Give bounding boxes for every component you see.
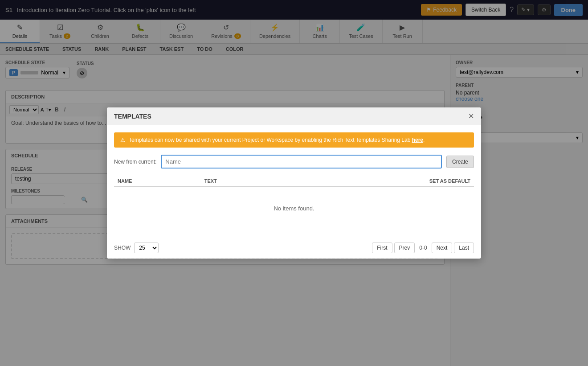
alert-link[interactable]: here bbox=[412, 137, 423, 143]
col-set-default-header: SET AS DEFAULT bbox=[280, 176, 474, 187]
alert-text: Templates can now be shared with your cu… bbox=[129, 137, 412, 143]
pagination: First Prev 0-0 Next Last bbox=[372, 243, 474, 253]
new-from-current: New from current: Create bbox=[114, 155, 474, 169]
modal-close-button[interactable]: ✕ bbox=[468, 112, 474, 120]
empty-message: No items found. bbox=[114, 187, 474, 230]
last-page-button[interactable]: Last bbox=[454, 243, 474, 253]
first-page-button[interactable]: First bbox=[372, 243, 392, 253]
template-name-input[interactable] bbox=[161, 155, 442, 169]
new-from-label: New from current: bbox=[114, 159, 156, 165]
modal-footer: SHOW 25 50 100 First Prev 0-0 Next Last bbox=[107, 237, 481, 259]
col-name-header: NAME bbox=[114, 176, 201, 187]
modal-header: TEMPLATES ✕ bbox=[107, 107, 481, 125]
modal-overlay: TEMPLATES ✕ ⚠ Templates can now be share… bbox=[0, 0, 588, 366]
modal-title: TEMPLATES bbox=[114, 113, 151, 120]
alert-icon: ⚠ bbox=[120, 137, 125, 143]
show-label: SHOW bbox=[114, 245, 131, 251]
col-text-header: TEXT bbox=[201, 176, 280, 187]
page-info: 0-0 bbox=[416, 245, 429, 251]
show-select[interactable]: 25 50 100 bbox=[134, 243, 159, 253]
modal-body: ⚠ Templates can now be shared with your … bbox=[107, 125, 481, 237]
show-group: SHOW 25 50 100 bbox=[114, 243, 159, 253]
prev-page-button[interactable]: Prev bbox=[394, 243, 415, 253]
next-page-button[interactable]: Next bbox=[432, 243, 453, 253]
modal-alert: ⚠ Templates can now be shared with your … bbox=[114, 132, 474, 148]
create-template-button[interactable]: Create bbox=[446, 156, 474, 168]
templates-table: NAME TEXT SET AS DEFAULT No items found. bbox=[114, 176, 474, 230]
templates-modal: TEMPLATES ✕ ⚠ Templates can now be share… bbox=[107, 107, 481, 259]
